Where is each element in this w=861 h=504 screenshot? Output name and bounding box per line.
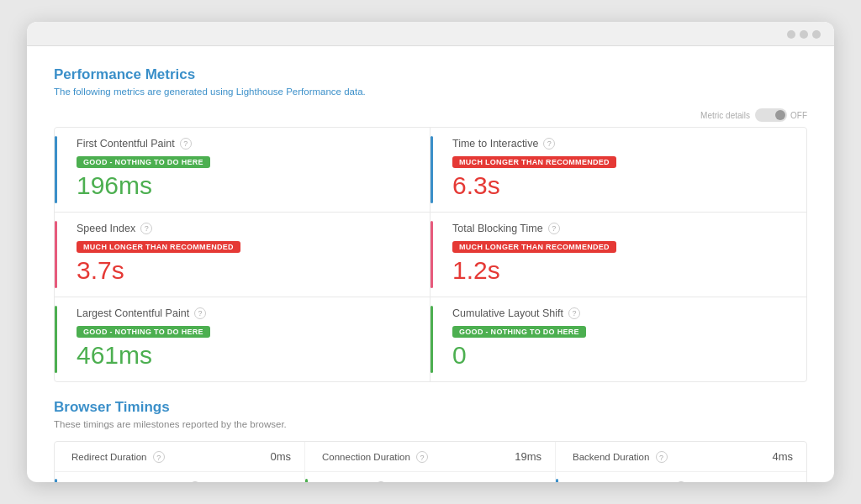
metric-cell-tti: Time to Interactive ? Much longer than r… — [430, 128, 806, 213]
dot-2 — [800, 30, 808, 39]
metric-details-toggle[interactable] — [755, 108, 787, 122]
metric-name-row-fcp: First Contentful Paint ? — [77, 138, 415, 150]
badge-cls: Good - Nothing to do here — [452, 326, 586, 338]
metric-name-cls: Cumulative Layout Shift — [452, 307, 563, 319]
metric-name-row-si: Speed Index ? — [77, 223, 415, 234]
badge-fcp: Good - Nothing to do here — [77, 156, 210, 168]
timing-value-connection: 19ms — [515, 450, 541, 463]
timing-border-ttfb — [55, 479, 57, 482]
metric-border-tti — [430, 136, 433, 203]
help-icon-cls[interactable]: ? — [568, 307, 580, 319]
dot-1 — [787, 30, 795, 39]
timing-name-backend: Backend Duration ? — [573, 451, 767, 463]
timing-name-redirect: Redirect Duration ? — [71, 451, 265, 463]
timing-value-ttfb: 23ms — [264, 480, 291, 482]
help-icon-ttfb[interactable]: ? — [189, 481, 201, 483]
metric-cell-tbt: Total Blocking Time ? Much longer than r… — [430, 213, 806, 297]
metric-border-fcp — [55, 136, 57, 203]
performance-subtitle: The following metrics are generated usin… — [54, 87, 807, 97]
value-lcp: 461ms — [77, 341, 415, 370]
metric-border-cls — [430, 306, 433, 373]
help-icon-fp[interactable]: ? — [375, 481, 387, 483]
timing-cell-fp: First Paint ? 196ms — [305, 472, 556, 482]
help-icon-tbt[interactable]: ? — [548, 223, 560, 234]
metric-value-area-tti: Much longer than recommended 6.3s — [452, 153, 791, 200]
badge-tbt: Much longer than recommended — [452, 241, 616, 253]
timing-border-fp — [305, 479, 308, 482]
performance-section: Performance Metrics The following metric… — [54, 66, 807, 382]
timing-border-dom-interactive — [556, 479, 558, 482]
help-icon-lcp[interactable]: ? — [194, 307, 206, 319]
metric-cell-fcp: First Contentful Paint ? Good - Nothing … — [55, 128, 430, 213]
timing-cell-connection: Connection Duration ? 19ms — [305, 442, 556, 471]
timing-row-2: Time to First Byte (TTFB) ? 23ms First P… — [55, 472, 806, 482]
timings-section: Browser Timings These timings are milest… — [54, 399, 807, 482]
timing-name-connection: Connection Duration ? — [322, 451, 510, 463]
help-icon-redirect[interactable]: ? — [153, 451, 165, 463]
help-icon-fcp[interactable]: ? — [180, 138, 192, 150]
timing-value-dom-interactive: 2.4s — [772, 480, 793, 482]
value-tbt: 1.2s — [452, 256, 791, 285]
timing-cell-redirect: Redirect Duration ? 0ms — [55, 442, 305, 471]
metrics-grid: First Contentful Paint ? Good - Nothing … — [54, 127, 807, 382]
metric-name-tbt: Total Blocking Time — [452, 223, 543, 234]
metric-details-row: Metric details OFF — [54, 108, 807, 122]
value-si: 3.7s — [77, 256, 415, 285]
metric-border-lcp — [55, 306, 57, 373]
help-icon-backend[interactable]: ? — [656, 451, 668, 463]
metric-cell-lcp: Largest Contentful Paint ? Good - Nothin… — [55, 297, 430, 381]
browser-window: Performance Metrics The following metric… — [27, 22, 834, 482]
timing-name-ttfb: Time to First Byte (TTFB) ? — [75, 481, 259, 483]
metric-border-si — [55, 221, 57, 288]
badge-si: Much longer than recommended — [77, 241, 240, 253]
badge-lcp: Good - Nothing to do here — [77, 326, 210, 338]
timings-subtitle: These timings are milestones reported by… — [54, 419, 807, 429]
timing-cell-dom-interactive: DOM Interactive Time ? 2.4s — [556, 472, 806, 482]
toggle-knob — [775, 110, 785, 120]
value-cls: 0 — [452, 341, 791, 370]
timing-value-fp: 196ms — [509, 480, 541, 482]
help-icon-connection[interactable]: ? — [416, 451, 428, 463]
value-tti: 6.3s — [452, 171, 791, 200]
metric-name-tti: Time to Interactive — [452, 138, 538, 150]
toggle-off-label: OFF — [790, 111, 807, 120]
timing-value-redirect: 0ms — [270, 450, 291, 463]
timing-name-fp: First Paint ? — [325, 481, 504, 483]
metric-value-area-fcp: Good - Nothing to do here 196ms — [77, 153, 415, 200]
timing-value-backend: 4ms — [772, 450, 793, 463]
help-icon-dom-interactive[interactable]: ? — [675, 481, 687, 483]
metric-name-row-tbt: Total Blocking Time ? — [452, 223, 791, 234]
metric-value-area-si: Much longer than recommended 3.7s — [77, 238, 415, 285]
timing-name-dom-interactive: DOM Interactive Time ? — [576, 481, 767, 483]
timing-row-1: Redirect Duration ? 0ms Connection Durat… — [55, 442, 806, 472]
metric-value-area-cls: Good - Nothing to do here 0 — [452, 323, 791, 370]
browser-chrome — [27, 22, 834, 46]
timing-cell-ttfb: Time to First Byte (TTFB) ? 23ms — [55, 472, 305, 482]
metric-name-fcp: First Contentful Paint — [77, 138, 175, 150]
metric-name-lcp: Largest Contentful Paint — [77, 307, 189, 319]
performance-title: Performance Metrics — [54, 66, 807, 83]
timings-title: Browser Timings — [54, 399, 807, 416]
metric-cell-cls: Cumulative Layout Shift ? Good - Nothing… — [430, 297, 806, 381]
metric-name-row-tti: Time to Interactive ? — [452, 138, 791, 150]
metric-value-area-lcp: Good - Nothing to do here 461ms — [77, 323, 415, 370]
timing-cell-backend: Backend Duration ? 4ms — [556, 442, 806, 471]
main-content: Performance Metrics The following metric… — [27, 46, 834, 482]
metric-value-area-tbt: Much longer than recommended 1.2s — [452, 238, 791, 285]
metric-name-row-lcp: Largest Contentful Paint ? — [77, 307, 415, 319]
badge-tti: Much longer than recommended — [452, 156, 616, 168]
metric-name-si: Speed Index — [77, 223, 135, 234]
timings-grid: Redirect Duration ? 0ms Connection Durat… — [54, 441, 807, 482]
help-icon-tti[interactable]: ? — [543, 138, 555, 150]
value-fcp: 196ms — [77, 171, 415, 200]
metric-cell-si: Speed Index ? Much longer than recommend… — [55, 213, 430, 297]
metric-border-tbt — [430, 221, 433, 288]
dot-3 — [812, 30, 821, 39]
metric-name-row-cls: Cumulative Layout Shift ? — [452, 307, 791, 319]
metric-details-label: Metric details — [700, 111, 750, 120]
help-icon-si[interactable]: ? — [140, 223, 152, 234]
browser-dots — [787, 30, 821, 39]
